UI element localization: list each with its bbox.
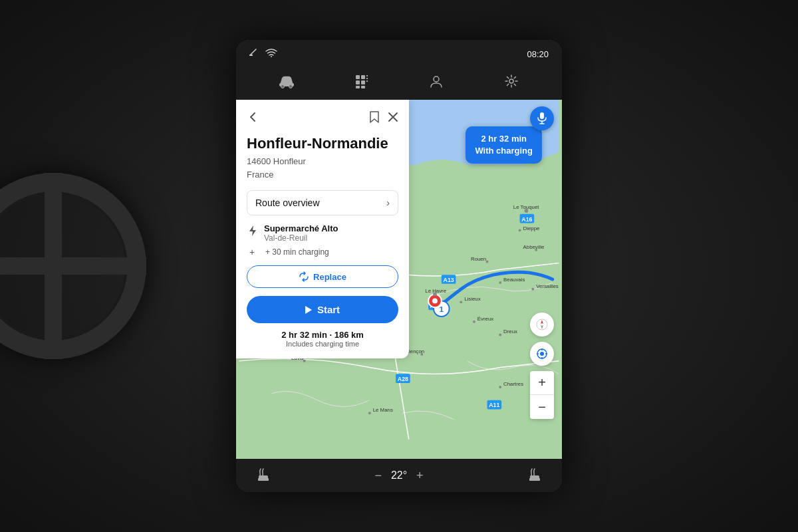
svg-text:Évreux: Évreux [477, 316, 493, 322]
svg-text:Le Havre: Le Havre [425, 288, 446, 294]
temp-plus-button[interactable]: + [416, 469, 424, 483]
location-button[interactable] [530, 342, 554, 366]
clock: 08:20 [527, 49, 549, 59]
svg-text:Dreux: Dreux [503, 329, 517, 334]
svg-text:A16: A16 [521, 216, 532, 223]
svg-text:Rouen: Rouen [471, 256, 486, 262]
back-button[interactable] [247, 110, 260, 127]
svg-point-0 [271, 56, 272, 57]
svg-rect-6 [356, 80, 360, 84]
charging-item: + + 30 min charging [248, 247, 397, 257]
zoom-out-button[interactable]: − [530, 395, 554, 419]
screen-content: A13 A10 A11 A28 A16 A131 [236, 100, 562, 459]
badge-charging: With charging [475, 145, 533, 157]
status-bar: 08:20 [236, 40, 562, 65]
panel-actions [369, 110, 398, 127]
svg-text:Abbeville: Abbeville [523, 244, 545, 250]
route-overview-button[interactable]: Route overview › [247, 190, 398, 215]
nav-profile-icon[interactable] [424, 69, 448, 93]
replace-button[interactable]: Replace [247, 265, 398, 288]
svg-rect-12 [366, 80, 368, 82]
start-label: Start [317, 304, 340, 315]
mic-button[interactable] [530, 106, 554, 130]
svg-text:Le Mans: Le Mans [373, 407, 393, 413]
steering-wheel [0, 173, 146, 359]
bookmark-button[interactable] [369, 110, 380, 127]
svg-rect-5 [361, 75, 365, 79]
waypoint-sub: Val-de-Reuil [264, 233, 338, 243]
nav-grid-icon[interactable] [350, 69, 374, 93]
nav-bar [236, 65, 562, 100]
nav-settings-icon[interactable] [499, 69, 523, 93]
waypoint-item: Supermarché Alto Val-de-Reuil [248, 223, 397, 243]
charging-icon: + [249, 247, 260, 257]
status-icons [249, 48, 277, 60]
svg-point-13 [434, 76, 439, 82]
start-button[interactable]: Start [247, 296, 398, 323]
svg-text:A13: A13 [444, 277, 454, 283]
destination-name: Honfleur-Normandie [247, 135, 398, 152]
svg-rect-4 [356, 75, 360, 79]
svg-point-3 [289, 85, 293, 88]
seat-heat-left-icon[interactable] [256, 467, 271, 485]
svg-rect-10 [366, 75, 368, 76]
svg-rect-7 [361, 80, 365, 84]
bottom-bar: − 22° + [236, 459, 562, 492]
replace-label: Replace [313, 272, 346, 282]
start-icon [305, 306, 312, 314]
svg-text:Chartres: Chartres [503, 381, 523, 387]
nav-car-icon[interactable] [275, 69, 299, 93]
route-summary: 2 hr 32 min · 186 km Includes charging t… [247, 330, 398, 348]
svg-point-32 [432, 298, 438, 303]
car-interior: 08:20 [0, 0, 798, 532]
zoom-in-button[interactable]: + [530, 371, 554, 395]
destination-address: 14600 Honfleur France [247, 155, 398, 181]
svg-rect-61 [540, 112, 544, 119]
svg-text:Beauvais: Beauvais [503, 277, 525, 283]
svg-point-41 [486, 261, 489, 263]
svg-text:Dieppe: Dieppe [523, 225, 540, 231]
seat-heat-right-icon[interactable] [527, 467, 542, 485]
svg-point-43 [499, 281, 501, 284]
svg-point-66 [540, 352, 544, 356]
route-includes: Includes charging time [247, 340, 398, 348]
panel-header [247, 110, 398, 127]
lightning-icon [248, 225, 259, 239]
svg-rect-8 [356, 86, 360, 88]
svg-point-53 [499, 386, 501, 388]
map-controls: + − [530, 313, 554, 419]
waypoint-info: Supermarché Alto Val-de-Reuil [264, 223, 338, 243]
route-time: 2 hr 32 min · 186 km [247, 330, 398, 340]
svg-point-55 [368, 412, 371, 414]
zoom-controls: + − [530, 371, 554, 419]
svg-text:Versailles: Versailles [536, 283, 559, 289]
svg-rect-11 [366, 78, 368, 79]
svg-text:A28: A28 [398, 376, 408, 382]
svg-text:A11: A11 [489, 402, 499, 408]
temperature-value: 22° [391, 469, 407, 481]
svg-text:Lisieux: Lisieux [464, 296, 480, 302]
route-badge: 2 hr 32 min With charging [466, 126, 542, 164]
route-overview-label: Route overview [255, 198, 320, 208]
svg-point-47 [460, 301, 462, 303]
compass-button[interactable] [530, 313, 554, 336]
charging-text: + 30 min charging [265, 247, 329, 257]
svg-point-49 [473, 321, 475, 323]
wifi-icon [265, 48, 277, 60]
svg-point-37 [519, 229, 521, 231]
svg-text:Le Touquet: Le Touquet [513, 204, 539, 210]
svg-point-2 [281, 85, 285, 88]
badge-duration: 2 hr 32 min [475, 133, 533, 145]
svg-point-45 [531, 288, 534, 291]
svg-point-51 [499, 333, 501, 336]
signal-icon [249, 48, 260, 60]
temp-minus-button[interactable]: − [374, 469, 382, 483]
waypoint-name: Supermarché Alto [264, 223, 338, 233]
close-button[interactable] [388, 112, 398, 126]
svg-rect-9 [361, 86, 365, 88]
svg-point-14 [509, 79, 513, 83]
chevron-icon: › [386, 198, 390, 208]
tablet-device: 08:20 [236, 40, 562, 492]
temperature-control: − 22° + [374, 469, 423, 483]
info-panel: Honfleur-Normandie 14600 Honfleur France… [236, 100, 409, 358]
